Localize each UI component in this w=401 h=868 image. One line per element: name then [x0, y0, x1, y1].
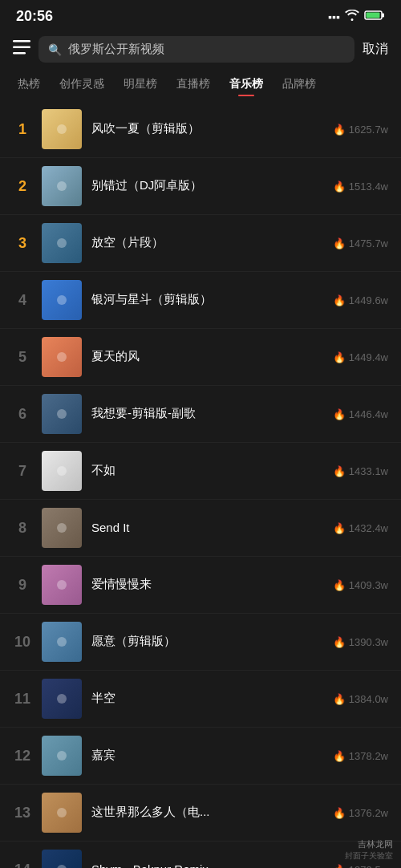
song-title: 夏天的风 [91, 349, 323, 364]
tab-star[interactable]: 明星榜 [114, 71, 167, 98]
fire-icon: 🔥 [333, 750, 346, 762]
battery-icon [364, 10, 385, 23]
list-item[interactable]: 7 不如 🔥 1433.1w [0, 443, 401, 500]
expand-icon[interactable] [13, 40, 30, 59]
album-cover [42, 622, 82, 662]
play-count: 🔥 1372.5w [333, 864, 388, 869]
count-value: 1625.7w [349, 124, 388, 136]
play-count: 🔥 1625.7w [333, 124, 388, 136]
count-value: 1378.2w [349, 750, 388, 762]
cancel-button[interactable]: 取消 [363, 41, 388, 58]
album-cover [42, 109, 82, 149]
fire-icon: 🔥 [333, 124, 346, 136]
song-info: 别错过（DJ阿卓版） [91, 178, 323, 195]
album-cover [42, 850, 82, 868]
count-value: 1449.6w [349, 294, 388, 306]
fire-icon: 🔥 [333, 864, 346, 869]
list-item[interactable]: 13 这世界那么多人（电... 🔥 1376.2w [0, 785, 401, 842]
song-info: 放空（片段） [91, 235, 323, 252]
nav-tabs: 热榜 创作灵感 明星榜 直播榜 音乐榜 品牌榜 [0, 67, 401, 101]
fire-icon: 🔥 [333, 180, 346, 193]
rank-number: 14 [13, 862, 32, 869]
song-info: Send It [91, 521, 323, 536]
song-title: 别错过（DJ阿卓版） [91, 178, 323, 193]
play-count: 🔥 1475.7w [333, 237, 388, 249]
play-count: 🔥 1449.6w [333, 294, 388, 306]
rank-number: 6 [13, 406, 32, 423]
play-count: 🔥 1449.4w [333, 351, 388, 363]
fire-icon: 🔥 [333, 579, 346, 591]
count-value: 1372.5w [349, 864, 388, 869]
count-value: 1449.4w [349, 351, 388, 363]
fire-icon: 🔥 [333, 522, 346, 534]
watermark-top: 吉林龙网 [358, 838, 393, 850]
count-value: 1432.4w [349, 522, 388, 534]
music-list: 1 风吹一夏（剪辑版） 🔥 1625.7w 2 别错过（ [0, 101, 401, 868]
list-item[interactable]: 14 Shym - Beknur Remix 🔥 1372.5w [0, 842, 401, 868]
count-value: 1376.2w [349, 807, 388, 819]
song-title: Shym - Beknur Remix [91, 862, 323, 869]
rank-number: 4 [13, 292, 32, 309]
list-item[interactable]: 4 银河与星斗（剪辑版） 🔥 1449.6w [0, 272, 401, 329]
song-title: 风吹一夏（剪辑版） [91, 121, 323, 136]
play-count: 🔥 1390.3w [333, 636, 388, 648]
song-info: 爱情慢慢来 [91, 577, 323, 594]
count-value: 1384.0w [349, 693, 388, 705]
list-item[interactable]: 3 放空（片段） 🔥 1475.7w [0, 215, 401, 272]
search-bar: 🔍 俄罗斯公开新视频 取消 [0, 31, 401, 67]
song-info: Shym - Beknur Remix [91, 862, 323, 869]
list-item[interactable]: 12 嘉宾 🔥 1378.2w [0, 728, 401, 785]
album-cover [42, 394, 82, 434]
search-placeholder: 俄罗斯公开新视频 [68, 42, 164, 57]
count-value: 1390.3w [349, 636, 388, 648]
song-title: 愿意（剪辑版） [91, 634, 323, 649]
play-count: 🔥 1432.4w [333, 522, 388, 534]
play-count: 🔥 1378.2w [333, 750, 388, 762]
tab-live[interactable]: 直播榜 [167, 71, 220, 98]
list-item[interactable]: 8 Send It 🔥 1432.4w [0, 500, 401, 557]
song-info: 风吹一夏（剪辑版） [91, 121, 323, 138]
rank-number: 7 [13, 463, 32, 480]
song-info: 愿意（剪辑版） [91, 634, 323, 651]
fire-icon: 🔥 [333, 294, 346, 306]
play-count: 🔥 1376.2w [333, 807, 388, 819]
song-info: 半空 [91, 691, 323, 708]
list-item[interactable]: 1 风吹一夏（剪辑版） 🔥 1625.7w [0, 101, 401, 158]
song-info: 夏天的风 [91, 349, 323, 366]
wifi-icon [345, 10, 359, 23]
count-value: 1433.1w [349, 465, 388, 477]
list-item[interactable]: 5 夏天的风 🔥 1449.4w [0, 329, 401, 386]
status-icons: ▪▪▪ [328, 10, 385, 23]
song-info: 我想要-剪辑版-副歌 [91, 406, 323, 423]
list-item[interactable]: 9 爱情慢慢来 🔥 1409.3w [0, 557, 401, 614]
tab-music[interactable]: 音乐榜 [220, 71, 273, 98]
song-info: 嘉宾 [91, 748, 323, 765]
list-item[interactable]: 10 愿意（剪辑版） 🔥 1390.3w [0, 614, 401, 671]
album-cover [42, 679, 82, 719]
song-title: 银河与星斗（剪辑版） [91, 292, 323, 307]
tab-hot[interactable]: 热榜 [8, 71, 50, 98]
tab-brand[interactable]: 品牌榜 [273, 71, 326, 98]
svg-rect-1 [382, 14, 384, 18]
list-item[interactable]: 2 别错过（DJ阿卓版） 🔥 1513.4w [0, 158, 401, 215]
rank-number: 13 [13, 805, 32, 821]
fire-icon: 🔥 [333, 807, 346, 819]
song-title: 这世界那么多人（电... [91, 805, 323, 820]
fire-icon: 🔥 [333, 693, 346, 705]
search-input-wrapper[interactable]: 🔍 俄罗斯公开新视频 [38, 36, 354, 63]
rank-number: 2 [13, 178, 32, 195]
album-cover [42, 280, 82, 320]
play-count: 🔥 1384.0w [333, 693, 388, 705]
rank-number: 10 [13, 634, 32, 651]
album-cover [42, 337, 82, 377]
list-item[interactable]: 6 我想要-剪辑版-副歌 🔥 1446.4w [0, 386, 401, 443]
status-bar: 20:56 ▪▪▪ [0, 0, 401, 31]
list-item[interactable]: 11 半空 🔥 1384.0w [0, 671, 401, 728]
play-count: 🔥 1513.4w [333, 180, 388, 193]
fire-icon: 🔥 [333, 636, 346, 648]
play-count: 🔥 1409.3w [333, 579, 388, 591]
svg-rect-3 [13, 40, 30, 43]
album-cover [42, 166, 82, 206]
count-value: 1446.4w [349, 408, 388, 420]
tab-creative[interactable]: 创作灵感 [50, 71, 114, 98]
